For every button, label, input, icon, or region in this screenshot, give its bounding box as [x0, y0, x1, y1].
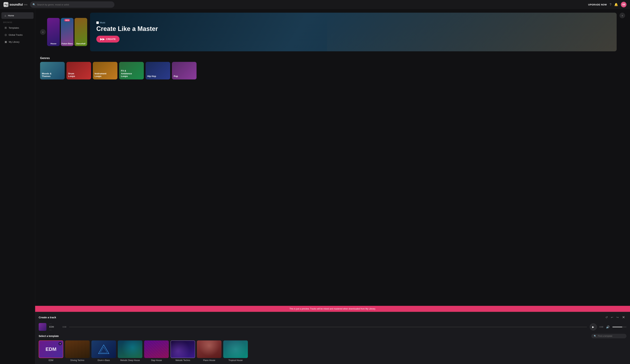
- edm-close-button[interactable]: ✕: [58, 342, 62, 345]
- create-label: CREATE: [106, 38, 116, 40]
- sidebar-label-home: Home: [8, 14, 14, 17]
- upgrade-button[interactable]: UPGRADE NOW: [588, 3, 607, 6]
- nav-right: UPGRADE NOW ? 🔔 SB: [588, 2, 626, 8]
- find-template-container[interactable]: 🔍: [591, 334, 626, 338]
- create-panel-header: Create a track ↺ ↩ ↪ ✕: [35, 312, 630, 322]
- template-melodic-techno-label: Melodic Techno: [170, 359, 195, 362]
- genre-pop-label: Pop: [174, 75, 178, 78]
- template-selector: Select a template 🔍 EDM ✕ EDM: [35, 334, 630, 364]
- genre-drum-label: DrumLoops: [68, 72, 75, 78]
- track-dots2: ···: [49, 328, 60, 332]
- genre-moods-label: Moods &Themes: [42, 72, 52, 78]
- help-button[interactable]: ?: [610, 3, 611, 6]
- search-input[interactable]: [37, 3, 112, 6]
- template-piano-house-label: Piano House: [197, 359, 222, 362]
- volume-fill: [612, 327, 622, 327]
- sidebar-item-global-tracks[interactable]: ◎ Global Tracks: [2, 32, 34, 38]
- next-button[interactable]: ›: [620, 13, 625, 18]
- genre-tile-pop[interactable]: Pop: [172, 62, 196, 80]
- app-name: soundful: [10, 3, 23, 6]
- select-template-label: Select a template: [39, 335, 59, 338]
- preview-text: This is just a preview. Tracks will be m…: [290, 308, 376, 310]
- svg-marker-1: [100, 347, 107, 353]
- genre-instrument-label: InstrumentLoops: [94, 72, 106, 78]
- dancehall-card[interactable]: Dancehall: [74, 18, 87, 46]
- avatar[interactable]: SB: [621, 2, 626, 8]
- genre-tile-moods[interactable]: Moods &Themes: [40, 62, 65, 80]
- undo-button[interactable]: ↺: [604, 315, 609, 320]
- global-tracks-icon: ◎: [4, 33, 7, 36]
- template-piano-house[interactable]: Piano House: [197, 340, 222, 362]
- template-tropical-house-img: [223, 340, 248, 358]
- track-genre: EDM: [49, 326, 60, 328]
- genre-tile-instrument[interactable]: InstrumentLoops: [93, 62, 118, 80]
- hero-left: ‹ House NEW Future Bass Dancehall: [40, 13, 87, 51]
- create-panel-title: Create a track: [39, 316, 56, 319]
- hero-main-banner: Music Create Like a Master ▶▶ CREATE: [90, 13, 617, 51]
- time-end: 0:00: [600, 326, 603, 328]
- find-template-input[interactable]: [598, 335, 624, 337]
- track-thumbnail: [39, 323, 46, 331]
- template-driving-techno-img: [65, 340, 90, 358]
- template-melodic-deep-img: [118, 340, 142, 358]
- sidebar-label-global-tracks: Global Tracks: [8, 34, 22, 36]
- genres-title: Genres: [35, 55, 630, 62]
- house-card[interactable]: House: [47, 18, 60, 46]
- undo2-button[interactable]: ↩: [610, 315, 614, 320]
- volume-icon[interactable]: 🔊: [606, 325, 610, 329]
- genres-row: Moods &Themes DrumLoops InstrumentLoops …: [35, 62, 630, 83]
- soundful-mini-logo: [96, 22, 99, 24]
- template-driving-techno[interactable]: Driving Techno: [65, 340, 90, 362]
- new-badge: NEW: [64, 19, 70, 22]
- sidebar-item-templates[interactable]: ⊞ Templates: [2, 24, 34, 31]
- hero-subtitle: Music: [96, 22, 610, 24]
- future-bass-card[interactable]: NEW Future Bass: [61, 18, 74, 46]
- template-tropical-house[interactable]: Tropical House: [223, 340, 248, 362]
- dancehall-label: Dancehall: [74, 42, 87, 45]
- redo-button[interactable]: ↪: [615, 315, 620, 320]
- sidebar-label-my-library: My Library: [9, 40, 20, 43]
- genre-tile-hiphop[interactable]: Hip Hop: [146, 62, 170, 80]
- template-drum-n-bass-label: Drum n Bass: [92, 359, 116, 362]
- main-content: ‹ House NEW Future Bass Dancehall: [35, 9, 630, 306]
- main-layout: ⌂ Home Browse ⊞ Templates ◎ Global Track…: [0, 9, 630, 364]
- app-logo: soundful beta: [4, 2, 27, 7]
- template-edm-img: EDM ✕: [39, 340, 63, 358]
- find-template-icon: 🔍: [594, 335, 596, 337]
- prev-button[interactable]: ‹: [40, 29, 46, 35]
- close-panel-button[interactable]: ✕: [621, 314, 626, 320]
- top-navigation: soundful beta 🔍 UPGRADE NOW ? 🔔 SB: [0, 0, 630, 9]
- search-icon: 🔍: [32, 3, 36, 6]
- template-edm[interactable]: EDM ✕ EDM: [39, 340, 63, 362]
- genre-tile-drum[interactable]: DrumLoops: [66, 62, 91, 80]
- genre-fx-label: FX &AmbienceLoops: [121, 70, 132, 78]
- sidebar-label-templates: Templates: [8, 26, 19, 29]
- player-row: ··· EDM ··· 0:00 ▶ 0:00 🔊: [35, 322, 630, 334]
- sidebar-item-home[interactable]: ⌂ Home: [2, 12, 34, 19]
- play-button[interactable]: ▶: [590, 324, 597, 330]
- genre-tile-fx[interactable]: FX &AmbienceLoops: [119, 62, 144, 80]
- template-melodic-deep-house-label: Melodic Deep House: [118, 359, 142, 362]
- template-tropical-house-label: Tropical House: [223, 359, 248, 362]
- genre-cards-preview: House NEW Future Bass Dancehall: [47, 18, 87, 46]
- template-drum-n-bass[interactable]: Drum n Bass: [92, 340, 116, 362]
- progress-bar[interactable]: [69, 327, 587, 327]
- templates-scroll: EDM ✕ EDM Driving Techno: [39, 340, 626, 362]
- volume-bar[interactable]: [612, 327, 626, 327]
- template-slap-house[interactable]: Slap House: [144, 340, 169, 362]
- preview-banner: This is just a preview. Tracks will be m…: [35, 306, 630, 312]
- hero-section: ‹ House NEW Future Bass Dancehall: [35, 9, 630, 55]
- create-button[interactable]: ▶▶ CREATE: [96, 36, 120, 42]
- svg-marker-0: [98, 345, 109, 354]
- sidebar-item-my-library[interactable]: ▣ My Library: [2, 38, 34, 45]
- template-melodic-deep-house[interactable]: Melodic Deep House: [118, 340, 142, 362]
- template-melodic-techno[interactable]: Melodic Techno: [170, 340, 195, 362]
- beta-label: beta: [24, 4, 27, 6]
- track-info: ··· EDM ···: [49, 322, 60, 332]
- template-piano-house-img: [197, 340, 222, 358]
- search-bar[interactable]: 🔍: [30, 2, 114, 8]
- notifications-button[interactable]: 🔔: [614, 3, 618, 6]
- future-bass-label: Future Bass: [61, 42, 74, 45]
- templates-icon: ⊞: [4, 26, 7, 29]
- template-slap-house-label: Slap House: [144, 359, 169, 362]
